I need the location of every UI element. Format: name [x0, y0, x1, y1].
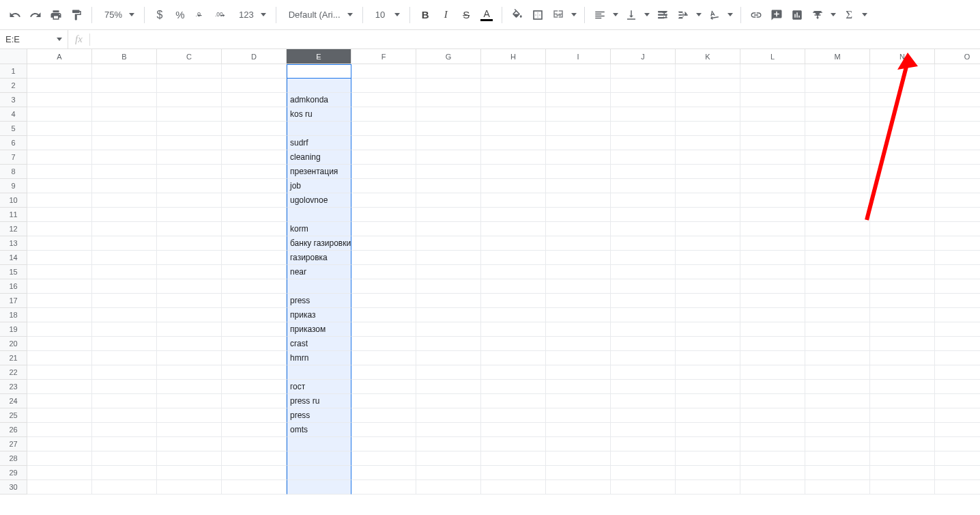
cell-K11[interactable] — [676, 208, 740, 222]
cell-K6[interactable] — [676, 136, 740, 150]
cell-B16[interactable] — [92, 279, 157, 294]
cell-C6[interactable] — [157, 136, 222, 150]
cell-G12[interactable] — [416, 222, 481, 236]
cell-C9[interactable] — [157, 179, 222, 193]
cell-G3[interactable] — [416, 93, 481, 107]
cell-B17[interactable] — [92, 294, 157, 308]
cell-N21[interactable] — [870, 351, 935, 365]
cell-E17[interactable]: press — [287, 294, 351, 308]
redo-button[interactable] — [26, 5, 45, 25]
cell-H16[interactable] — [481, 279, 546, 294]
cell-D28[interactable] — [222, 451, 287, 466]
row-header-9[interactable]: 9 — [0, 179, 27, 193]
cell-N10[interactable] — [870, 193, 935, 208]
cell-O11[interactable] — [935, 208, 980, 222]
cell-L1[interactable] — [740, 64, 805, 79]
cell-N23[interactable] — [870, 380, 935, 394]
cell-N24[interactable] — [870, 394, 935, 408]
cell-J11[interactable] — [611, 208, 676, 222]
cell-B20[interactable] — [92, 337, 157, 351]
column-header-J[interactable]: J — [611, 49, 676, 64]
cell-E15[interactable]: near — [287, 265, 351, 279]
cell-G28[interactable] — [416, 451, 481, 466]
cell-C17[interactable] — [157, 294, 222, 308]
cell-K8[interactable] — [676, 165, 740, 179]
cell-N13[interactable] — [870, 236, 935, 251]
name-box[interactable]: E:E — [0, 30, 68, 48]
row-header-8[interactable]: 8 — [0, 165, 27, 179]
cell-M29[interactable] — [805, 466, 870, 480]
cell-D17[interactable] — [222, 294, 287, 308]
cell-F30[interactable] — [351, 480, 416, 495]
cell-C4[interactable] — [157, 107, 222, 122]
cell-A17[interactable] — [27, 294, 92, 308]
cell-F11[interactable] — [351, 208, 416, 222]
cell-I13[interactable] — [546, 236, 611, 251]
cell-A15[interactable] — [27, 265, 92, 279]
cell-I2[interactable] — [546, 79, 611, 93]
cell-D26[interactable] — [222, 423, 287, 437]
cell-O10[interactable] — [935, 193, 980, 208]
row-header-17[interactable]: 17 — [0, 294, 27, 308]
cell-D9[interactable] — [222, 179, 287, 193]
cell-O3[interactable] — [935, 93, 980, 107]
cell-M6[interactable] — [805, 136, 870, 150]
cell-K5[interactable] — [676, 122, 740, 136]
cell-G17[interactable] — [416, 294, 481, 308]
cell-C14[interactable] — [157, 251, 222, 265]
cell-I8[interactable] — [546, 165, 611, 179]
cell-L26[interactable] — [740, 423, 805, 437]
cell-F9[interactable] — [351, 179, 416, 193]
cell-O19[interactable] — [935, 322, 980, 337]
cell-B30[interactable] — [92, 480, 157, 495]
cell-N19[interactable] — [870, 322, 935, 337]
cell-O6[interactable] — [935, 136, 980, 150]
cell-N25[interactable] — [870, 408, 935, 423]
cell-A4[interactable] — [27, 107, 92, 122]
cell-L17[interactable] — [740, 294, 805, 308]
cell-E22[interactable] — [287, 365, 351, 380]
cell-B2[interactable] — [92, 79, 157, 93]
cell-G6[interactable] — [416, 136, 481, 150]
cell-N17[interactable] — [870, 294, 935, 308]
cell-J14[interactable] — [611, 251, 676, 265]
cell-M17[interactable] — [805, 294, 870, 308]
cell-D20[interactable] — [222, 337, 287, 351]
cell-O24[interactable] — [935, 394, 980, 408]
cell-D22[interactable] — [222, 365, 287, 380]
cell-I28[interactable] — [546, 451, 611, 466]
cell-J26[interactable] — [611, 423, 676, 437]
cell-I22[interactable] — [546, 365, 611, 380]
cell-A24[interactable] — [27, 394, 92, 408]
cell-O18[interactable] — [935, 308, 980, 322]
cell-L5[interactable] — [740, 122, 805, 136]
cell-F16[interactable] — [351, 279, 416, 294]
cell-O9[interactable] — [935, 179, 980, 193]
cell-B25[interactable] — [92, 408, 157, 423]
cell-M7[interactable] — [805, 150, 870, 165]
cell-H19[interactable] — [481, 322, 546, 337]
cell-J4[interactable] — [611, 107, 676, 122]
row-header-1[interactable]: 1 — [0, 64, 27, 79]
wrap-dropdown[interactable] — [694, 5, 704, 25]
cell-N2[interactable] — [870, 79, 935, 93]
cell-B10[interactable] — [92, 193, 157, 208]
text-color-button[interactable]: A — [477, 5, 496, 25]
cell-K22[interactable] — [676, 365, 740, 380]
cell-K30[interactable] — [676, 480, 740, 495]
cell-L2[interactable] — [740, 79, 805, 93]
cell-A1[interactable] — [27, 64, 92, 79]
cell-C11[interactable] — [157, 208, 222, 222]
column-header-N[interactable]: N — [870, 49, 935, 64]
cell-M16[interactable] — [805, 279, 870, 294]
cell-E25[interactable]: press — [287, 408, 351, 423]
cell-A26[interactable] — [27, 423, 92, 437]
cell-K24[interactable] — [676, 394, 740, 408]
cell-L22[interactable] — [740, 365, 805, 380]
cell-D15[interactable] — [222, 265, 287, 279]
cell-M13[interactable] — [805, 236, 870, 251]
cell-D5[interactable] — [222, 122, 287, 136]
cell-F8[interactable] — [351, 165, 416, 179]
cell-G5[interactable] — [416, 122, 481, 136]
cell-N29[interactable] — [870, 466, 935, 480]
